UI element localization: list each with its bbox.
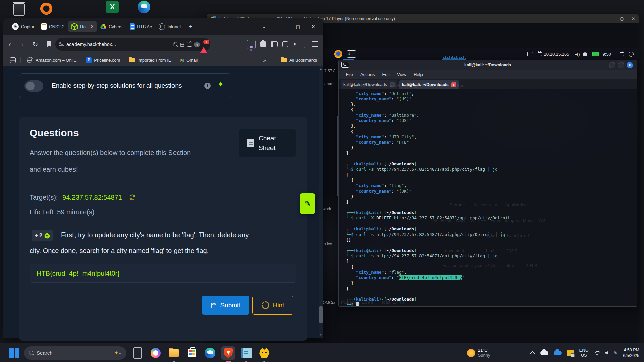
panel-clock[interactable]: 9:50 [603,52,611,57]
bookmark-imported-folder[interactable]: Imported From IE [129,58,171,63]
brave-rewards-icon[interactable]: 1 [200,42,207,47]
language-indicator[interactable]: ENG US [579,348,589,358]
vpn-ip[interactable]: 10.10.15.165 [544,52,569,57]
solutions-toggle[interactable] [24,80,43,92]
apps-grid-icon[interactable] [10,57,16,63]
browser-scrollbar[interactable]: ▲ ▼ [319,66,323,338]
address-bar[interactable]: academy.hackthebox... ▤ 4 1 [55,38,210,51]
bookmark-icon[interactable] [47,41,51,47]
taskbar-explorer-icon[interactable] [167,346,181,360]
menu-actions[interactable]: Actions [360,72,375,77]
hint-button[interactable]: Hint [252,296,293,315]
tab-inlanef[interactable]: Inlanef [155,21,184,32]
taskbar-clock[interactable]: 4:50 PM 6/5/2025 [623,347,639,359]
screen-lock-icon[interactable] [620,52,624,56]
tab-hackthebox-active[interactable]: Ha ✕ [68,21,97,32]
notifications-bell-icon[interactable] [583,52,587,56]
vpn-lock-icon[interactable] [538,52,542,56]
taskbar-search[interactable]: Search ✦✦ [24,346,126,360]
profile-avatar[interactable] [247,40,256,49]
vpn-shield-icon[interactable] [302,41,307,48]
tab-search-chevron[interactable]: ⌄ [262,23,266,30]
reload-button[interactable]: ↻ [29,40,42,48]
menu-file[interactable]: File [346,72,353,77]
all-bookmarks-button[interactable]: All Bookmarks [281,58,317,63]
start-button[interactable] [9,348,19,358]
tab-close-icon[interactable]: ✕ [91,24,94,29]
menu-edit[interactable]: Edit [382,72,390,77]
volume-tray-icon[interactable] [605,351,608,355]
terminal-minimize-button[interactable] [609,62,615,68]
tray-overflow-chevron[interactable] [530,351,535,356]
volume-icon[interactable]: ◄) [574,52,580,57]
share-icon[interactable] [187,42,192,47]
url-text[interactable]: academy.hackthebox... [66,42,116,47]
bookmark-amazon[interactable]: Amazon.com – Onli... [27,57,77,63]
desktop-app-icon[interactable] [40,3,52,15]
submit-button[interactable]: Submit [202,296,249,315]
tab-cns2[interactable]: CNS2-2 [38,21,68,32]
vmware-close-button[interactable]: ✕ [628,16,639,21]
wifi-icon[interactable] [594,351,600,355]
taskbar-dragon-app-icon[interactable] [258,346,271,360]
lang-line1: ENG [579,348,589,353]
taskbar-copilot-icon[interactable] [149,346,162,360]
zoom-icon[interactable] [173,42,177,46]
pen-icon[interactable]: ✎ [613,350,618,356]
security-key-icon[interactable] [567,350,574,356]
bookmark-priceline[interactable]: PPriceline.com [86,57,120,63]
tab-cybers[interactable]: Cybers [97,21,126,32]
taskbar-brave-icon[interactable] [221,346,235,360]
leo-ai-icon[interactable]: ✦ [293,41,297,47]
ai-sparkle-icon[interactable]: ✦ [217,80,224,89]
logout-icon[interactable] [629,52,634,57]
bookmark-gmail[interactable]: MGmail [180,58,198,63]
tab-htb-academy[interactable]: HTB Ac [126,21,155,32]
vmware-minimize-button[interactable]: – [605,16,616,21]
taskbar-edge-icon[interactable] [203,346,217,360]
display-icon[interactable] [527,52,533,56]
weather-widget[interactable]: 21°C Sunny [478,348,490,358]
info-icon[interactable]: i [204,83,211,89]
taskbar-phonelink-icon[interactable] [131,346,144,360]
taskbar-notepad-icon[interactable] [240,346,253,360]
browser-close-button[interactable]: ✕ [306,24,321,29]
terminal-titlebar[interactable]: $_ kali@kali: ~/Downloads x [339,60,637,70]
extensions-puzzle-icon[interactable] [260,41,266,47]
terminal-launcher-icon[interactable]: $_ [347,50,356,58]
annotate-pencil-button[interactable]: ✎ [300,193,315,214]
scroll-up-arrow[interactable]: ▲ [319,67,323,70]
answer-input[interactable]: HTB{crud_4p!_m4n!pul4t0r} [30,264,296,283]
terminal-output[interactable]: "city_name": "Detroit", "country_name": … [339,89,637,306]
edge-desktop-icon[interactable] [138,1,150,13]
browser-minimize-button[interactable]: — [275,24,290,29]
forward-button[interactable]: › [16,40,29,48]
cloud-sync-icon[interactable] [554,351,562,355]
wallet-icon[interactable] [282,41,288,47]
onedrive-icon[interactable] [540,351,548,355]
excel-desktop-icon[interactable]: X [106,1,119,13]
browser-maximize-button[interactable]: ▢ [290,24,306,29]
firefox-icon[interactable] [334,50,342,58]
bookmarks-overflow-chevron[interactable]: » [263,57,266,63]
sidebar-toggle-icon[interactable] [271,41,278,47]
reset-target-icon[interactable] [129,194,136,201]
reading-list-icon[interactable]: ▤ [180,42,184,47]
menu-view[interactable]: View [397,72,406,77]
menu-hamburger-icon[interactable] [312,41,318,47]
taskbar-store-icon[interactable] [185,346,199,360]
tab-capture[interactable]: ✳ Captur [9,21,38,32]
terminal-maximize-button[interactable] [618,62,624,68]
back-button[interactable]: ‹ [3,40,16,48]
site-settings-icon[interactable] [59,42,64,46]
battery-icon[interactable] [592,52,599,56]
terminal-close-button[interactable]: x [627,62,633,68]
menu-help[interactable]: Help [414,72,423,77]
scrollbar-thumb[interactable] [319,306,323,323]
new-tab-button[interactable]: + [189,23,192,30]
scroll-down-arrow[interactable]: ▼ [319,334,323,337]
target-value[interactable]: 94.237.57.82:54871 [62,194,122,201]
cheat-sheet-button[interactable]: Cheat Sheet [239,129,296,157]
weather-icon[interactable] [467,349,475,357]
vmware-maximize-button[interactable]: ▢ [616,16,628,21]
